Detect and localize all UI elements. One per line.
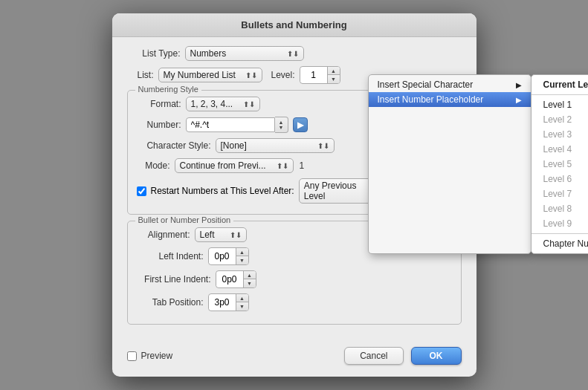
context-menu-container: Insert Special Character ▶ Insert Number… [368,74,589,254]
char-style-arrow-icon: ⬆⬇ [317,142,329,150]
tab-pos-buttons: ▲ ▼ [236,294,248,311]
left-indent-label: Left Indent: [137,251,204,261]
preview-label: Preview [141,351,173,361]
alignment-select[interactable]: Left ⬆⬇ [195,227,247,242]
submenu-level8[interactable]: Level 8 [532,201,589,216]
tab-pos-label: Tab Position: [137,297,204,308]
format-arrow-icon: ⬆⬇ [243,100,255,108]
restart-label: Restart Numbers at This Level After: [151,186,294,196]
left-indent-buttons: ▲ ▼ [236,248,248,264]
ok-button[interactable]: OK [411,347,462,365]
tab-pos-input[interactable] [209,296,236,309]
restart-checkbox[interactable] [137,186,146,196]
placeholder-submenu-arrow-icon: ▶ [516,96,522,104]
tab-pos-increment[interactable]: ▲ [236,294,248,302]
char-style-label: Character Style: [137,140,211,151]
submenu-level1[interactable]: Level 1 [532,97,589,112]
number-combo-arrow[interactable]: ▲ ▼ [275,117,288,133]
position-group-label: Bullet or Number Position [135,215,234,224]
mode-select[interactable]: Continue from Previ... ⬆⬇ [175,158,294,173]
first-line-row: First Line Indent: ▲ ▼ [137,270,452,288]
submenu-arrow-icon: ▶ [516,81,522,89]
level-spinner[interactable]: ▲ ▼ [300,66,340,84]
insert-special-label: Insert Special Character [378,79,474,90]
level-spinner-buttons: ▲ ▼ [327,67,340,83]
tab-pos-decrement[interactable]: ▼ [236,302,248,311]
list-select[interactable]: My Numbered List ⬆⬇ [158,68,262,82]
insert-placeholder-label: Insert Number Placeholder [378,94,484,105]
first-line-buttons: ▲ ▼ [243,271,256,287]
dialog-footer: Preview Cancel OK [112,339,476,365]
left-indent-decrement[interactable]: ▼ [236,256,248,264]
list-label: List: [127,70,154,80]
mode-arrow-icon: ⬆⬇ [277,162,288,170]
submenu-level2[interactable]: Level 2 [532,112,589,127]
submenu-level7[interactable]: Level 7 [532,186,589,201]
list-type-arrow-icon: ⬆⬇ [287,50,299,58]
left-indent-input[interactable] [209,250,236,263]
list-type-select[interactable]: Numbers ⬆⬇ [185,46,304,61]
submenu-level9[interactable]: Level 9 [532,216,589,231]
alignment-label: Alignment: [137,230,190,240]
preview-checkbox[interactable] [127,351,137,361]
dialog-title: Bullets and Numbering [241,19,346,30]
level-input[interactable] [300,68,327,82]
list-arrow-icon: ⬆⬇ [245,71,257,79]
menu-item-insert-placeholder[interactable]: Insert Number Placeholder ▶ [369,92,531,107]
format-select[interactable]: 1, 2, 3, 4... ⬆⬇ [186,97,260,111]
level-label: Level: [271,70,295,80]
list-type-label: List Type: [127,48,181,59]
number-combo: ▲ ▼ [186,117,288,133]
list-type-row: List Type: Numbers ⬆⬇ [127,46,462,61]
first-line-increment[interactable]: ▲ [244,271,256,279]
submenu-level4[interactable]: Level 4 [532,142,589,157]
insert-button[interactable]: ▶ [293,117,308,132]
submenu-separator [532,94,589,95]
left-indent-spinner[interactable]: ▲ ▼ [208,247,249,265]
numbering-style-label: Numbering Style [135,85,201,94]
first-line-label: First Line Indent: [137,274,211,285]
menu-item-insert-special[interactable]: Insert Special Character ▶ [369,77,531,92]
submenu-level5[interactable]: Level 5 [532,157,589,172]
alignment-arrow-icon: ⬆⬇ [230,231,242,239]
cancel-button[interactable]: Cancel [344,347,403,365]
left-indent-increment[interactable]: ▲ [236,248,248,256]
preview-row: Preview [127,351,173,361]
footer-buttons: Cancel OK [344,347,461,365]
mode-label: Mode: [137,160,170,171]
tab-pos-spinner[interactable]: ▲ ▼ [208,293,249,311]
tab-pos-row: Tab Position: ▲ ▼ [137,293,452,311]
first-line-input[interactable] [216,273,243,286]
context-menu[interactable]: Insert Special Character ▶ Insert Number… [368,74,532,254]
dialog-wrapper: Bullets and Numbering List Type: Numbers… [112,13,476,377]
char-style-select[interactable]: [None] ⬆⬇ [216,138,335,153]
submenu-chapter-number[interactable]: Chapter Number [532,236,589,251]
format-label: Format: [137,99,181,109]
level-decrement[interactable]: ▼ [328,75,340,83]
dialog-titlebar: Bullets and Numbering [112,13,476,37]
mode-number: 1 [300,160,305,171]
level-increment[interactable]: ▲ [328,67,340,75]
number-input[interactable] [186,117,275,132]
submenu-separator2 [532,233,589,234]
first-line-spinner[interactable]: ▲ ▼ [216,270,256,288]
number-label: Number: [137,120,181,130]
submenu-current-level[interactable]: Current Level [532,77,589,92]
submenu-levels[interactable]: Current Level Level 1 Level 2 Level 3 Le… [531,74,589,254]
submenu-level3[interactable]: Level 3 [532,127,589,142]
submenu-level6[interactable]: Level 6 [532,172,589,186]
first-line-decrement[interactable]: ▼ [244,279,256,287]
